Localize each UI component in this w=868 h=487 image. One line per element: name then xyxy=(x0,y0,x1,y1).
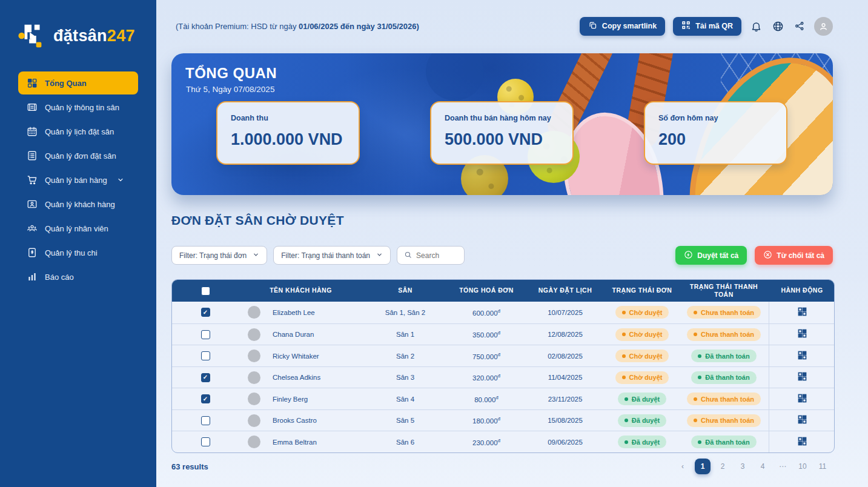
sidebar-item-label: Quản lý khách hàng xyxy=(45,200,115,209)
pagination-page[interactable]: 2 xyxy=(715,459,731,474)
search-input[interactable] xyxy=(416,251,459,260)
order-list-icon xyxy=(27,150,38,161)
sidebar-item[interactable]: Tổng Quan xyxy=(18,71,138,94)
customer-name: Emma Beltran xyxy=(273,439,317,446)
customer-name: Ricky Whitaker xyxy=(273,353,319,360)
column-header: TÊN KHÁCH HÀNG xyxy=(239,287,363,294)
sidebar-item[interactable]: Quản lý đơn đặt sân xyxy=(18,144,138,167)
sidebar-item-label: Quản lý lịch đặt sân xyxy=(45,127,114,136)
total-cell: 320.000đ xyxy=(448,373,525,382)
row-actions-button[interactable] xyxy=(796,413,809,428)
pagination-ellipsis: ⋯ xyxy=(775,459,790,474)
reject-icon xyxy=(763,250,772,261)
pagination-page[interactable]: 1 xyxy=(695,459,711,474)
pagination-page[interactable]: 4 xyxy=(755,459,770,474)
actions-grid-icon xyxy=(797,414,807,426)
pagination-page[interactable]: 10 xyxy=(795,459,810,474)
results-count: 63 results xyxy=(171,462,208,471)
download-qr-button[interactable]: Tải mã QR xyxy=(673,17,741,36)
select-all-checkbox[interactable] xyxy=(201,287,210,296)
language-globe-icon[interactable] xyxy=(771,21,785,32)
pagination-page[interactable]: 3 xyxy=(735,459,750,474)
stat-value: 1.000.000 VND xyxy=(231,130,345,149)
row-actions-button[interactable] xyxy=(796,327,809,342)
stat-label: Số đơn hôm nay xyxy=(658,114,773,122)
status-badge: Đã duyệt xyxy=(618,414,666,427)
pagination-prev[interactable]: ‹ xyxy=(675,459,691,474)
customer-name: Chana Duran xyxy=(273,331,314,338)
share-icon[interactable] xyxy=(793,21,806,31)
sidebar-item[interactable]: Quản lý thu chi xyxy=(18,241,138,264)
chevron-down-icon xyxy=(117,176,124,184)
reject-all-button[interactable]: Từ chối tất cả xyxy=(755,246,833,265)
notifications-bell-icon[interactable] xyxy=(749,21,763,32)
status-badge: Chưa thanh toán xyxy=(687,328,761,341)
column-header: TRẠNG THÁI ĐƠN xyxy=(605,287,679,294)
stat-card-revenue: Doanh thu 1.000.000 VND xyxy=(216,101,360,165)
status-badge: Đã duyệt xyxy=(618,393,666,405)
cart-icon xyxy=(27,174,38,185)
sidebar-item[interactable]: Quản lý bán hàng xyxy=(18,168,138,191)
row-checkbox[interactable] xyxy=(201,351,210,360)
customer-name: Chelsea Adkins xyxy=(273,374,320,381)
filter-payment-status-dropdown[interactable]: Filter: Trạng thái thanh toán xyxy=(273,246,391,265)
chevron-down-icon xyxy=(253,251,259,260)
row-actions-button[interactable] xyxy=(796,435,809,449)
status-badge: Chờ duyệt xyxy=(615,306,669,319)
customer-icon xyxy=(27,199,38,210)
brand-logo: đặtsân247 xyxy=(0,0,156,51)
main-area: (Tài khoản Premium: HSD từ ngày 01/06/20… xyxy=(156,0,868,487)
info-card-icon xyxy=(27,102,38,113)
customer-avatar xyxy=(248,306,260,319)
row-actions-button[interactable] xyxy=(796,349,809,363)
bar-chart-icon xyxy=(27,271,38,282)
table-row: ✓Finley BergSân 480.000đ23/11/2025Đã duy… xyxy=(172,388,834,409)
row-checkbox[interactable] xyxy=(201,416,210,425)
status-badge: Chưa thanh toán xyxy=(687,414,761,427)
stat-label: Doanh thu xyxy=(231,114,345,122)
user-avatar[interactable] xyxy=(814,17,833,36)
row-checkbox[interactable] xyxy=(201,330,210,339)
total-cell: 600.000đ xyxy=(448,308,525,317)
sidebar-item[interactable]: Quản lý khách hàng xyxy=(18,193,138,216)
copy-icon xyxy=(588,21,597,31)
status-badge: Chờ duyệt xyxy=(615,328,669,341)
row-actions-button[interactable] xyxy=(796,370,809,385)
sidebar-item[interactable]: Quản lý nhân viên xyxy=(18,217,138,240)
search-icon xyxy=(404,250,412,261)
column-header: HÀNH ĐỘNG xyxy=(769,287,835,294)
sidebar-item-label: Quản lý nhân viên xyxy=(45,224,108,233)
table-row: Emma BeltranSân 6230.000đ09/06/2025Đã du… xyxy=(172,431,834,452)
actions-grid-icon xyxy=(797,328,807,340)
actions-grid-icon xyxy=(797,436,807,448)
sidebar-item[interactable]: Quản lý lịch đặt sân xyxy=(18,120,138,143)
approve-icon xyxy=(684,250,693,261)
table-row: Brooks CastroSân 5180.000đ15/08/2025Đã d… xyxy=(172,409,834,431)
customer-avatar xyxy=(248,350,260,362)
row-actions-button[interactable] xyxy=(796,392,809,406)
column-header: NGÀY ĐẶT LỊCH xyxy=(525,287,605,294)
filter-row: Filter: Trạng thái đơn Filter: Trạng thá… xyxy=(171,246,833,265)
reject-all-label: Từ chối tất cả xyxy=(777,251,824,260)
sidebar-item-label: Quản lý đơn đặt sân xyxy=(45,151,116,161)
row-checkbox[interactable]: ✓ xyxy=(201,308,210,317)
copy-smartlink-button[interactable]: Copy smartlink xyxy=(580,17,665,36)
customer-avatar xyxy=(248,414,260,427)
topbar-actions: Copy smartlink Tải mã QR xyxy=(580,17,833,36)
total-cell: 750.000đ xyxy=(448,352,525,360)
row-checkbox[interactable]: ✓ xyxy=(201,394,210,403)
sidebar-item[interactable]: Quản lý thông tin sân xyxy=(18,96,138,119)
sidebar-item[interactable]: Báo cáo xyxy=(18,265,138,288)
pagination-page[interactable]: 11 xyxy=(815,459,830,474)
row-actions-button[interactable] xyxy=(796,305,809,320)
row-checkbox[interactable] xyxy=(201,437,210,446)
section-title: ĐƠN ĐẶT SÂN CHỜ DUYỆT xyxy=(171,213,344,228)
court-cell: Sân 1, Sân 2 xyxy=(363,309,448,316)
total-cell: 80.000đ xyxy=(448,395,525,403)
filter-order-status-dropdown[interactable]: Filter: Trạng thái đơn xyxy=(171,246,267,265)
approve-all-button[interactable]: Duyệt tất cả xyxy=(675,246,747,265)
status-badge: Đã duyệt xyxy=(618,436,666,448)
row-checkbox[interactable]: ✓ xyxy=(201,373,210,382)
grid-icon xyxy=(27,78,38,88)
table-row: ✓Chelsea AdkinsSân 3320.000đ11/04/2025Ch… xyxy=(172,366,834,388)
